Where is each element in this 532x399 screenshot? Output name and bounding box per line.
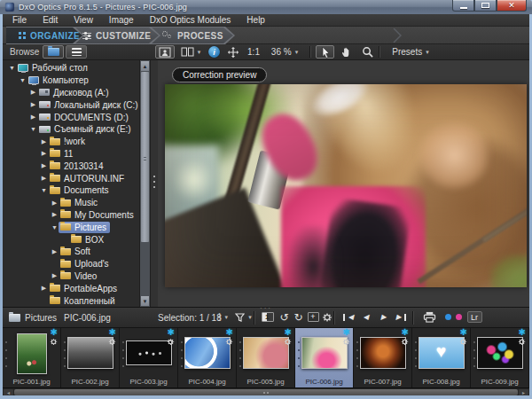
tree-item-chip[interactable]: AUTORUN.INF [48, 173, 128, 184]
hand-tool-button[interactable] [337, 45, 356, 59]
add-button[interactable]: + [306, 310, 320, 324]
menu-item-help[interactable]: Help [239, 14, 273, 27]
tab-organize[interactable]: ORGANIZE [6, 27, 84, 44]
processing-status-gear-icon[interactable] [108, 338, 117, 347]
thumbnail-image[interactable] [126, 340, 172, 365]
thumbnail-pic-003[interactable]: ✱PIC-003.jpg [120, 328, 178, 387]
tree-item-20130314[interactable]: ▶20130314 [3, 160, 139, 172]
rotate-right-button[interactable]: ↻ [292, 310, 305, 324]
expand-arrow-icon[interactable]: ▶ [51, 248, 59, 255]
thumbnail-image[interactable] [67, 337, 113, 369]
scroll-right-icon[interactable]: ▸ [519, 389, 528, 395]
expand-arrow-icon[interactable]: ▶ [29, 101, 37, 108]
title-bar[interactable]: DxO Optics Pro 8.1.5 - Pictures - PIC-00… [0, 0, 532, 14]
thumbnail-pic-002[interactable]: ✱PIC-002.jpg [61, 328, 120, 387]
expand-arrow-icon[interactable]: ▶ [29, 89, 37, 96]
expand-arrow-icon[interactable]: ▶ [51, 200, 59, 207]
menu-item-edit[interactable]: Edit [35, 14, 66, 27]
tree-item-documents[interactable]: ▼Documents [3, 184, 139, 197]
tree-item-chip[interactable]: 11 [48, 148, 76, 160]
tree-item-chip[interactable]: My Documents [59, 209, 137, 221]
thumbnail-pic-006[interactable]: ✱PIC-006.jpg [295, 328, 354, 387]
image-info-toggle[interactable]: 1 [260, 310, 276, 324]
tree-item-chip[interactable]: Soft [59, 246, 94, 257]
thumbnail-pic-001[interactable]: ✱PIC-001.jpg [3, 328, 61, 387]
tab-process[interactable]: PROCESS [150, 27, 235, 44]
thumbnail-pic-009[interactable]: ✱PIC-009.jpg [471, 328, 529, 387]
collapse-arrow-icon[interactable]: ▼ [8, 65, 16, 71]
last-image-button[interactable]: ▶ [394, 310, 409, 324]
tree-item-chip[interactable]: Music [59, 197, 101, 208]
star-icon[interactable]: ✱ [402, 327, 409, 337]
previous-image-button[interactable]: ◀ [358, 310, 373, 324]
scroll-left-icon[interactable]: ◂ [4, 389, 13, 395]
expand-arrow-icon[interactable]: ▶ [51, 272, 59, 279]
thumbnail-pic-004[interactable]: ✱PIC-004.jpg [178, 328, 237, 387]
processing-status-gear-icon[interactable] [284, 338, 293, 347]
maximize-button[interactable] [474, 0, 497, 12]
processing-status-gear-icon[interactable] [167, 338, 176, 347]
expand-arrow-icon[interactable]: ▶ [40, 285, 48, 292]
thumbnail-image[interactable] [419, 337, 465, 369]
tree-item-chip[interactable]: Дисковод (A:) [37, 87, 113, 98]
thumbnail-pic-008[interactable]: ✱PIC-008.jpg [412, 328, 471, 387]
menu-item-view[interactable]: View [66, 14, 101, 27]
pointer-tool-button[interactable] [316, 45, 334, 59]
info-button[interactable]: i [207, 45, 222, 59]
tree-item-chip[interactable]: Компьютер [27, 74, 92, 86]
menu-item-dxo-optics-modules[interactable]: DxO Optics Modules [142, 14, 239, 27]
tree-item-рабочий-стол[interactable]: ▼Рабочий стол [3, 62, 139, 74]
close-button[interactable]: ✕ [497, 0, 527, 12]
tree-item-chip[interactable]: PortableApps [48, 283, 121, 294]
star-icon[interactable]: ✱ [343, 327, 350, 337]
tree-item-music[interactable]: ▶Music [3, 197, 139, 209]
scroll-up-icon[interactable]: ▲ [141, 61, 149, 71]
star-icon[interactable]: ✱ [460, 327, 467, 337]
tree-scrollbar[interactable]: ▲ ▼ [139, 60, 151, 307]
tree-item-my-documents[interactable]: ▶My Documents [3, 209, 139, 222]
tree-item-chip[interactable]: 20130314 [48, 160, 107, 172]
rotate-left-button[interactable]: ↺ [278, 310, 291, 324]
expand-arrow-icon[interactable]: ▶ [40, 150, 48, 157]
processing-status-gear-icon[interactable] [342, 338, 351, 347]
tree-item-chip[interactable]: Upload's [59, 258, 113, 270]
expand-arrow-icon[interactable]: ▶ [40, 162, 48, 169]
expand-arrow-icon[interactable]: ▶ [40, 175, 48, 182]
tree-item-!work[interactable]: ▶!work [3, 136, 139, 148]
star-icon[interactable]: ✱ [168, 327, 175, 337]
compare-view-button[interactable]: ▾ [177, 45, 204, 59]
zoom-level-dropdown[interactable]: 36 %▾ [266, 45, 303, 59]
tree-item-локальный-диск-c-[interactable]: ▶Локальный диск (C:) [3, 98, 139, 111]
expand-arrow-icon[interactable]: ▶ [40, 138, 48, 145]
processing-status-gear-icon[interactable] [225, 338, 234, 347]
tree-item-portableapps[interactable]: ▶PortableApps [3, 282, 139, 294]
processing-status-gear-icon[interactable] [401, 338, 410, 347]
menu-item-image[interactable]: Image [101, 14, 142, 27]
tree-item-autorun-inf[interactable]: ▶AUTORUN.INF [3, 172, 139, 184]
next-image-button[interactable]: ▶ [376, 310, 391, 324]
star-icon[interactable]: ✱ [285, 327, 292, 337]
lightroom-export-button[interactable]: Lr [466, 310, 483, 324]
one-to-one-button[interactable]: 1:1 [245, 45, 262, 59]
panel-splitter[interactable] [151, 60, 158, 307]
thumbnail-image[interactable] [243, 337, 289, 369]
color-labels[interactable] [444, 310, 462, 324]
tree-scrollbar-thumb[interactable] [141, 72, 149, 242]
minimize-button[interactable] [452, 0, 474, 12]
tree-item-video[interactable]: ▶Video [3, 270, 139, 283]
tree-item-11[interactable]: ▶11 [3, 148, 139, 160]
thumbnail-image[interactable] [184, 337, 231, 369]
thumbnail-pic-005[interactable]: ✱PIC-005.jpg [237, 328, 295, 387]
first-image-button[interactable]: ◀ [340, 310, 356, 324]
tree-item-chip[interactable]: BOX [69, 234, 107, 246]
browse-folders-button[interactable] [43, 45, 64, 59]
star-icon[interactable]: ✱ [51, 327, 58, 337]
tree-item-chip[interactable]: Рабочий стол [16, 62, 91, 74]
thumbnail-image[interactable] [360, 337, 406, 369]
presets-dropdown[interactable]: Presets▾ [386, 45, 435, 59]
star-icon[interactable]: ✱ [226, 327, 233, 337]
collapse-arrow-icon[interactable]: ▼ [19, 77, 27, 83]
preview-image[interactable] [165, 84, 527, 287]
tree-item-pictures[interactable]: ▼Pictures [3, 221, 139, 233]
tree-item-съемный-диск-e-[interactable]: ▼Съемный диск (E:) [3, 123, 139, 136]
